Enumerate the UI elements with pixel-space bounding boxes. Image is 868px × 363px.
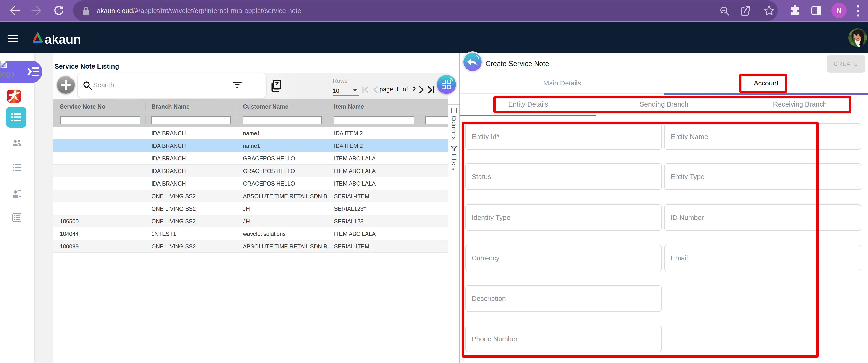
sidebar-item-listing-active[interactable] xyxy=(6,107,27,128)
cell-customer-name: ABSOLUTE TIME RETAIL SDN B... xyxy=(243,243,332,250)
table-row[interactable]: IDA BRANCHGRACEPOS HELLOITEM ABC LALA xyxy=(53,177,448,190)
url-path: /#/applet/tnt/wavelet/erp/internal-rma-a… xyxy=(133,7,301,15)
create-button[interactable]: CREATE xyxy=(827,55,865,73)
bookmark-star-icon[interactable] xyxy=(764,5,775,17)
cell-branch-name: IDA BRANCH xyxy=(151,143,236,149)
cell-item-name: IDA ITEM 2 xyxy=(334,143,443,149)
next-page-icon[interactable] xyxy=(419,86,425,94)
zoom-out-icon[interactable] xyxy=(719,5,730,17)
search-placeholder: Search... xyxy=(93,81,120,89)
sidebar-item-list-alt-icon[interactable] xyxy=(0,213,34,222)
cell-customer-name: GRACEPOS HELLO xyxy=(243,180,332,187)
tab-main-details[interactable]: Main Details xyxy=(460,73,664,94)
filter-list-icon[interactable] xyxy=(233,82,242,89)
columns-icon xyxy=(451,108,457,113)
select-underline xyxy=(333,95,359,95)
hamburger-bar xyxy=(8,38,18,39)
sidebar-item-person-card-icon[interactable] xyxy=(0,189,34,198)
table-row[interactable]: IDA BRANCHname1IDA ITEM 2 xyxy=(53,127,448,139)
filter-input-branch-name[interactable] xyxy=(151,116,230,124)
column-header-customer-name[interactable]: Customer Name xyxy=(243,103,288,110)
add-button[interactable] xyxy=(57,76,75,94)
cell-branch-name: IDA BRANCH xyxy=(151,168,236,174)
cell-customer-name: ABSOLUTE TIME RETAIL SDN B... xyxy=(243,193,332,200)
kebab-menu-icon[interactable] xyxy=(857,5,860,17)
side-panel-icon[interactable] xyxy=(811,5,822,16)
cell-service-note-no: 100099 xyxy=(60,243,144,250)
sidebar-item-people-icon[interactable] xyxy=(0,139,34,147)
annotation-form xyxy=(462,121,819,358)
plus-icon-bar xyxy=(65,80,67,90)
filters-funnel-icon xyxy=(451,146,457,151)
table-header: Service Note No Branch Name Customer Nam… xyxy=(53,99,448,127)
share-icon[interactable] xyxy=(740,5,751,17)
cell-customer-name: JH xyxy=(243,218,332,225)
broken-image-icon xyxy=(0,61,7,68)
listing-title: Service Note Listing xyxy=(55,63,119,70)
cell-customer-name: GRACEPOS HELLO xyxy=(243,168,332,174)
cell-service-note-no: 106500 xyxy=(60,218,144,225)
table-row[interactable]: IDA BRANCHGRACEPOS HELLOITEM ABC LALA xyxy=(53,152,448,165)
pages-icon[interactable] xyxy=(270,80,281,92)
cell-item-name: SERIAL123 xyxy=(334,218,443,225)
table-row[interactable]: IDA BRANCHGRACEPOS HELLOITEM ABC LALA xyxy=(53,165,448,177)
table-row-selected[interactable]: IDA BRANCHname1IDA ITEM 2 xyxy=(53,139,448,152)
table-row[interactable]: ONE LIVING SS2ABSOLUTE TIME RETAIL SDN B… xyxy=(53,190,448,202)
annotation-account-tab xyxy=(739,74,787,93)
akaun-logo-icon xyxy=(31,31,44,45)
search-icon xyxy=(83,81,92,90)
rows-label: Rows xyxy=(333,77,347,84)
profile-initial: N xyxy=(836,6,841,15)
back-icon[interactable] xyxy=(8,5,20,17)
cell-customer-name: JH xyxy=(243,205,332,212)
reload-icon[interactable] xyxy=(53,5,65,17)
hamburger-menu-icon[interactable] xyxy=(8,35,18,42)
filter-input-item-name[interactable] xyxy=(334,116,414,124)
last-page-icon[interactable] xyxy=(427,86,435,94)
extensions-puzzle-icon[interactable] xyxy=(789,5,801,17)
filter-input-extra[interactable] xyxy=(425,116,448,124)
create-button-label: CREATE xyxy=(834,61,858,67)
cell-service-note-no: 104044 xyxy=(60,231,144,237)
sidebar-logo-alt-text: logo xyxy=(0,70,14,78)
cell-item-name: SERIAL123* xyxy=(334,205,443,212)
lock-icon xyxy=(83,6,90,16)
browser-profile-badge[interactable]: N xyxy=(832,3,846,18)
filter-input-service-note-no[interactable] xyxy=(61,116,141,124)
cell-customer-name: name1 xyxy=(243,143,332,149)
filter-input-customer-name[interactable] xyxy=(243,116,322,124)
create-service-note-panel: Create Service Note CREATE Main Details … xyxy=(460,53,868,363)
forward-icon[interactable] xyxy=(31,5,43,17)
search-box[interactable]: Search... xyxy=(78,73,266,98)
prev-page-icon[interactable] xyxy=(372,86,378,94)
service-note-listing-panel: Service Note Listing Search... xyxy=(53,53,448,363)
grid-side-tabs: Columns Filters xyxy=(448,53,460,363)
page-current: 1 xyxy=(396,86,399,93)
url-text: akaun.cloud/#/applet/tnt/wavelet/erp/int… xyxy=(97,0,301,21)
rows-per-page-value: 10 xyxy=(333,87,339,94)
dropdown-caret-icon xyxy=(353,89,358,91)
sidebar-logo-pill[interactable]: logo xyxy=(0,61,42,83)
active-tab-indicator xyxy=(664,93,868,95)
user-avatar[interactable] xyxy=(848,28,867,47)
column-header-item-name[interactable]: Item Name xyxy=(334,103,364,110)
table-row[interactable]: 1040441NTEST1wavelet solutionsITEM ABC L… xyxy=(53,227,448,240)
cell-branch-name: ONE LIVING SS2 xyxy=(151,193,236,200)
grid-view-button[interactable] xyxy=(437,75,456,94)
page-total: 2 xyxy=(412,86,416,93)
listing-toolbar: Search... Rows 10 xyxy=(53,73,448,99)
back-button[interactable] xyxy=(463,53,482,71)
sidebar-item-bulleted-list-icon[interactable] xyxy=(0,164,34,171)
tab-filters[interactable]: Filters xyxy=(448,142,459,175)
column-header-branch-name[interactable]: Branch Name xyxy=(151,103,190,110)
screen: akaun.cloud/#/applet/tnt/wavelet/erp/int… xyxy=(0,0,868,363)
sidebar-item-app-logo[interactable] xyxy=(7,90,21,103)
tab-columns[interactable]: Columns xyxy=(448,105,459,142)
menu-open-icon[interactable] xyxy=(27,66,39,78)
column-header-service-note-no[interactable]: Service Note No xyxy=(60,103,105,110)
url-bar[interactable]: akaun.cloud/#/applet/tnt/wavelet/erp/int… xyxy=(73,0,778,21)
first-page-icon[interactable] xyxy=(362,86,370,94)
table-row[interactable]: 100099ONE LIVING SS2ABSOLUTE TIME RETAIL… xyxy=(53,240,448,253)
table-row[interactable]: 106500ONE LIVING SS2JHSERIAL123 xyxy=(53,215,448,227)
table-row[interactable]: ONE LIVING SS2JHSERIAL123* xyxy=(53,202,448,215)
